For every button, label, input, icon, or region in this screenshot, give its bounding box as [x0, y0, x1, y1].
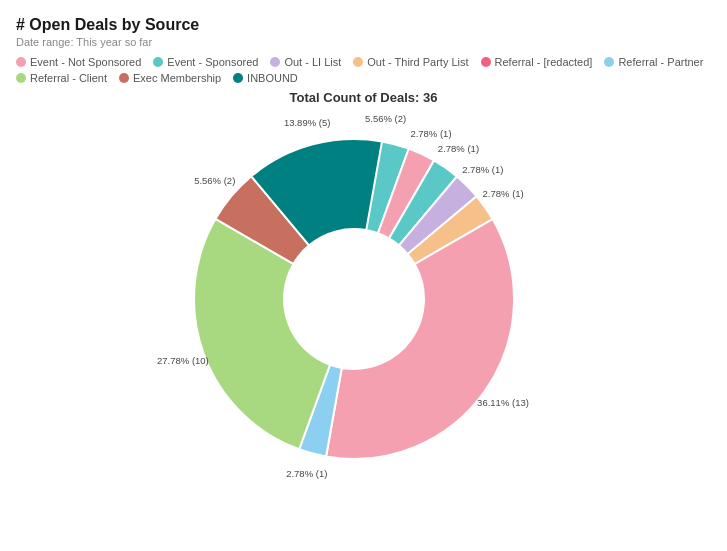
- donut-chart: 5.56% (2)2.78% (1)2.78% (1)2.78% (1)2.78…: [154, 109, 574, 479]
- svg-text:2.78% (1): 2.78% (1): [482, 188, 523, 199]
- legend-item: Referral - Client: [16, 72, 107, 84]
- svg-text:2.78% (1): 2.78% (1): [286, 468, 327, 479]
- svg-text:27.78% (10): 27.78% (10): [157, 355, 209, 366]
- legend: Event - Not SponsoredEvent - SponsoredOu…: [16, 56, 711, 84]
- svg-text:2.78% (1): 2.78% (1): [462, 164, 503, 175]
- svg-text:36.11% (13): 36.11% (13): [477, 397, 529, 408]
- legend-item: INBOUND: [233, 72, 298, 84]
- legend-item: Event - Sponsored: [153, 56, 258, 68]
- svg-text:2.78% (1): 2.78% (1): [437, 143, 478, 154]
- legend-item: Event - Not Sponsored: [16, 56, 141, 68]
- svg-text:5.56% (2): 5.56% (2): [194, 175, 235, 186]
- svg-text:5.56% (2): 5.56% (2): [365, 113, 406, 124]
- chart-title: # Open Deals by Source: [16, 16, 711, 34]
- date-range: Date range: This year so far: [16, 36, 711, 48]
- total-label: Total Count of Deals: 36: [290, 90, 438, 105]
- svg-text:2.78% (1): 2.78% (1): [410, 128, 451, 139]
- legend-item: Exec Membership: [119, 72, 221, 84]
- legend-item: Referral - [redacted]: [481, 56, 593, 68]
- legend-item: Out - LI List: [270, 56, 341, 68]
- chart-container: Total Count of Deals: 36 5.56% (2)2.78% …: [16, 90, 711, 479]
- svg-text:13.89% (5): 13.89% (5): [283, 117, 329, 128]
- legend-item: Out - Third Party List: [353, 56, 468, 68]
- legend-item: Referral - Partner: [604, 56, 703, 68]
